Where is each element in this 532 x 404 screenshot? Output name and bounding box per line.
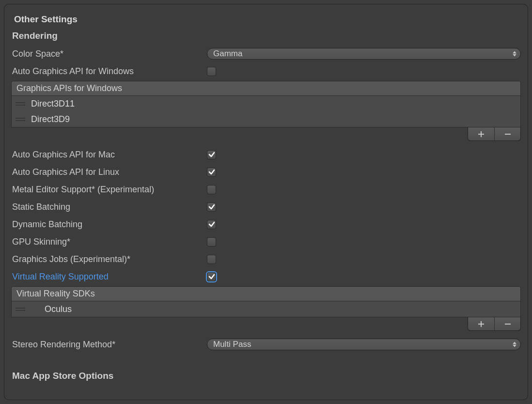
label-vr-supported: Virtual Reality Supported: [11, 272, 207, 282]
label-static-batching: Static Batching: [11, 202, 207, 212]
dropdown-color-space-value: Gamma: [213, 49, 242, 59]
dropdown-color-space[interactable]: Gamma: [207, 48, 521, 60]
row-dynamic-batching: Dynamic Batching: [11, 216, 521, 233]
plus-icon: [477, 320, 485, 328]
minus-icon: [504, 320, 512, 328]
svg-marker-1: [513, 54, 516, 57]
checkbox-graphics-jobs[interactable]: [207, 255, 216, 264]
label-auto-gfx-mac: Auto Graphics API for Mac: [11, 150, 207, 160]
dropdown-stereo-rendering[interactable]: Multi Pass: [207, 339, 521, 350]
svg-marker-2: [513, 342, 516, 344]
list-item-label: Direct3D11: [31, 99, 75, 109]
label-dynamic-batching: Dynamic Batching: [11, 219, 207, 230]
list-vr-sdks-body: Oculus: [12, 301, 520, 317]
updown-icon: [513, 342, 516, 347]
label-graphics-jobs: Graphics Jobs (Experimental)*: [11, 254, 207, 264]
checkbox-auto-gfx-windows[interactable]: [207, 67, 216, 76]
remove-button[interactable]: [494, 127, 520, 140]
list-vr-sdks-header: Virtual Reality SDKs: [12, 287, 520, 301]
plus-icon: [477, 130, 485, 138]
updown-icon: [513, 51, 516, 57]
other-settings-panel: Other Settings Rendering Color Space* Ga…: [4, 4, 528, 400]
row-auto-gfx-mac: Auto Graphics API for Mac: [11, 146, 521, 163]
svg-marker-0: [513, 51, 516, 54]
checkbox-vr-supported[interactable]: [207, 272, 216, 281]
section-title: Other Settings: [14, 14, 521, 25]
row-graphics-jobs: Graphics Jobs (Experimental)*: [11, 250, 521, 268]
mac-app-store-title: Mac App Store Options: [12, 371, 521, 381]
drag-handle-icon[interactable]: [16, 102, 25, 106]
label-metal-editor: Metal Editor Support* (Experimental): [11, 185, 207, 195]
list-vr-sdks-footer: [11, 317, 521, 331]
checkbox-metal-editor[interactable]: [207, 185, 216, 194]
row-stereo-rendering: Stereo Rendering Method* Multi Pass: [11, 336, 521, 353]
list-gfx-apis-windows-body: Direct3D11Direct3D9: [12, 96, 520, 127]
rendering-title: Rendering: [12, 31, 521, 41]
label-stereo-rendering: Stereo Rendering Method*: [11, 340, 207, 350]
row-gpu-skinning: GPU Skinning*: [11, 233, 521, 250]
drag-handle-icon[interactable]: [16, 118, 25, 121]
checkbox-static-batching[interactable]: [207, 202, 216, 212]
remove-button[interactable]: [494, 317, 520, 330]
row-auto-gfx-windows: Auto Graphics API for Windows: [11, 62, 521, 80]
label-auto-gfx-windows: Auto Graphics API for Windows: [11, 66, 207, 77]
add-button[interactable]: [468, 317, 494, 330]
list-item-label: Direct3D9: [31, 114, 70, 124]
list-vr-sdks: Virtual Reality SDKs Oculus: [11, 286, 521, 317]
checkbox-dynamic-batching[interactable]: [207, 220, 216, 229]
svg-marker-3: [513, 345, 516, 347]
dropdown-stereo-rendering-value: Multi Pass: [213, 340, 251, 349]
checkbox-auto-gfx-linux[interactable]: [207, 168, 216, 177]
row-metal-editor: Metal Editor Support* (Experimental): [11, 181, 521, 198]
checkbox-gpu-skinning[interactable]: [207, 237, 216, 247]
list-gfx-apis-windows-footer: [11, 127, 521, 141]
minus-icon: [504, 130, 512, 138]
row-vr-supported: Virtual Reality Supported: [11, 268, 521, 285]
list-item-label: Oculus: [45, 304, 72, 314]
add-button[interactable]: [468, 127, 494, 140]
list-gfx-apis-windows: Graphics APIs for Windows Direct3D11Dire…: [11, 81, 521, 127]
drag-handle-icon[interactable]: [16, 308, 25, 311]
checkbox-auto-gfx-mac[interactable]: [207, 150, 216, 159]
row-color-space: Color Space* Gamma: [11, 45, 521, 62]
label-color-space: Color Space*: [11, 49, 207, 59]
row-static-batching: Static Batching: [11, 198, 521, 216]
list-gfx-apis-windows-header: Graphics APIs for Windows: [12, 81, 520, 96]
list-item[interactable]: Oculus: [12, 301, 520, 317]
row-auto-gfx-linux: Auto Graphics API for Linux: [11, 163, 521, 181]
label-gpu-skinning: GPU Skinning*: [11, 237, 207, 247]
label-auto-gfx-linux: Auto Graphics API for Linux: [11, 167, 207, 177]
list-item[interactable]: Direct3D11: [12, 96, 520, 111]
list-item[interactable]: Direct3D9: [12, 111, 520, 127]
